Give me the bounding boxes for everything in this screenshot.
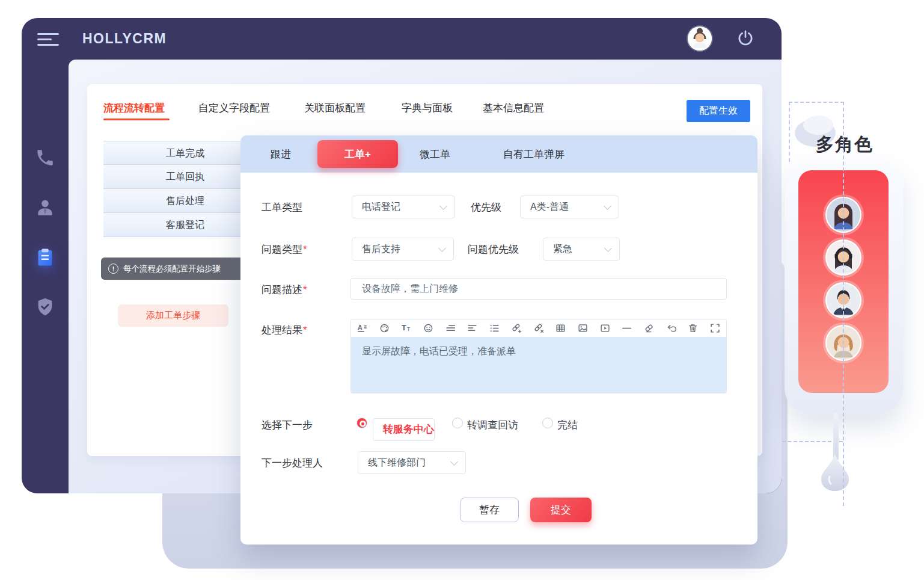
modal-tab-work-order[interactable]: 工单+ [317, 140, 398, 168]
work-order-modal: 跟进 工单+ 微工单 自有工单弹屏 工单类型 电话登记 优先级 A类-普通 问题… [240, 135, 757, 545]
app-header: HOLLYCRM [22, 18, 782, 60]
submit-button[interactable]: 提交 [530, 498, 592, 522]
svg-text:T: T [402, 323, 406, 332]
fullscreen-icon[interactable] [710, 323, 720, 333]
next-handler-select[interactable]: 线下维修部门 [358, 451, 466, 474]
user-avatar[interactable] [688, 26, 712, 51]
tab-basic-info[interactable]: 基本信息配置 [483, 101, 544, 115]
result-label: 处理结果* [262, 323, 307, 337]
undo-icon[interactable] [666, 323, 676, 333]
svg-text:T: T [407, 326, 410, 332]
horizontal-rule-icon[interactable] [622, 323, 632, 333]
contacts-icon[interactable] [35, 197, 55, 218]
stage: HOLLYCRM [0, 0, 924, 580]
dashed-line-top [789, 102, 844, 103]
modal-tab-followup[interactable]: 跟进 [271, 147, 291, 161]
tab-dictionary-panel[interactable]: 字典与面板 [402, 101, 453, 115]
power-icon[interactable] [736, 29, 755, 48]
radio-survey-callback-label[interactable]: 转调查回访 [467, 418, 518, 432]
svg-text:A: A [358, 324, 363, 331]
save-draft-button[interactable]: 暂存 [460, 498, 519, 522]
notice-tooltip: ! 每个流程必须配置开始步骤 [101, 258, 254, 280]
issue-desc-input[interactable]: 设备故障，需上门维修 [350, 278, 727, 300]
trash-icon[interactable] [688, 323, 698, 333]
work-order-type-label: 工单类型 [262, 200, 302, 214]
notice-text: 每个流程必须配置开始步骤 [123, 264, 221, 274]
issue-priority-label: 问题优先级 [468, 242, 519, 256]
apply-config-button[interactable]: 配置生效 [687, 100, 750, 122]
phone-icon[interactable] [35, 147, 55, 168]
menu-icon[interactable] [37, 33, 60, 46]
radio-transfer-service-label[interactable]: 转服务中心 [373, 418, 435, 441]
radio-transfer-service[interactable] [356, 418, 367, 428]
add-step-button[interactable]: 添加工单步骤 [118, 304, 228, 327]
next-step-label: 选择下一步 [262, 418, 313, 432]
radio-finish-label[interactable]: 完结 [557, 418, 578, 432]
link-add-icon[interactable] [512, 323, 522, 333]
active-tab-underline [103, 119, 170, 120]
result-editor-content[interactable]: 显示屏故障，电话已受理，准备派单 [351, 338, 726, 393]
user-avatar-image [688, 26, 712, 51]
tab-custom-fields[interactable]: 自定义字段配置 [198, 101, 270, 115]
emoji-icon[interactable] [423, 323, 433, 333]
issue-priority-select[interactable]: 紧急 [543, 238, 620, 261]
priority-label: 优先级 [471, 200, 501, 214]
exclamation-icon: ! [108, 264, 118, 274]
issue-type-label: 问题类型* [262, 242, 307, 256]
app-title: HOLLYCRM [82, 31, 167, 47]
indent-icon[interactable] [445, 323, 456, 333]
modal-tab-own-popup[interactable]: 自有工单弹屏 [503, 147, 564, 161]
editor-toolbar: A TT [351, 319, 726, 338]
video-icon[interactable] [600, 323, 610, 333]
radio-survey-callback[interactable] [452, 418, 463, 428]
multi-role-caption: 多角色 [816, 132, 874, 157]
issue-desc-label: 问题描述* [262, 283, 307, 297]
dashed-line-left [789, 102, 790, 162]
align-icon[interactable] [467, 323, 477, 333]
tab-linked-panels[interactable]: 关联面板配置 [304, 101, 366, 115]
next-handler-label: 下一步处理人 [262, 456, 323, 470]
modal-header: 跟进 工单+ 微工单 自有工单弹屏 [240, 135, 757, 173]
modal-tab-micro-order[interactable]: 微工单 [420, 147, 450, 161]
work-order-icon[interactable] [35, 247, 55, 268]
app-sidebar [22, 60, 69, 493]
link-remove-icon[interactable] [534, 323, 544, 333]
font-size-icon[interactable]: TT [401, 323, 411, 333]
image-icon[interactable] [578, 323, 588, 333]
radio-finish[interactable] [542, 418, 553, 428]
table-icon[interactable] [555, 323, 566, 333]
work-order-type-select[interactable]: 电话登记 [352, 196, 455, 218]
tab-workflow-config[interactable]: 流程流转配置 [103, 101, 165, 115]
priority-select[interactable]: A类-普通 [520, 196, 619, 218]
security-icon[interactable] [35, 297, 55, 317]
list-icon[interactable] [489, 323, 500, 333]
text-style-icon[interactable]: A [357, 323, 367, 333]
teardrop-shape [821, 452, 849, 495]
result-editor: A TT 显示屏故障，电话已受理，准备派单 [350, 319, 727, 393]
eraser-icon[interactable] [644, 323, 654, 333]
palette-icon[interactable] [379, 323, 390, 333]
dashed-line-vertical [843, 102, 844, 506]
issue-type-select[interactable]: 售后支持 [352, 238, 454, 261]
